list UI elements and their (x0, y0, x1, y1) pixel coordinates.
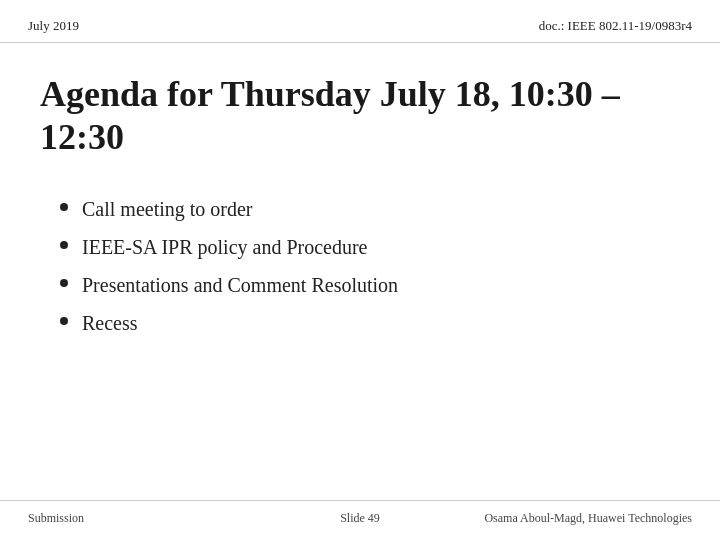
list-item: IEEE-SA IPR policy and Procedure (60, 233, 680, 261)
bullet-dot-icon (60, 279, 68, 287)
list-item: Presentations and Comment Resolution (60, 271, 680, 299)
footer-slide-number: Slide 49 (249, 511, 470, 526)
list-item-text: Presentations and Comment Resolution (82, 271, 398, 299)
header-doc-id: doc.: IEEE 802.11-19/0983r4 (539, 18, 692, 34)
bullet-list: Call meeting to orderIEEE-SA IPR policy … (60, 195, 680, 337)
slide-footer: Submission Slide 49 Osama Aboul-Magd, Hu… (0, 500, 720, 540)
footer-submission: Submission (28, 511, 249, 526)
bullet-dot-icon (60, 241, 68, 249)
list-item-text: IEEE-SA IPR policy and Procedure (82, 233, 368, 261)
slide-title: Agenda for Thursday July 18, 10:30 – 12:… (40, 73, 680, 159)
footer-author: Osama Aboul-Magd, Huawei Technologies (471, 511, 692, 526)
list-item-text: Call meeting to order (82, 195, 253, 223)
main-content: Agenda for Thursday July 18, 10:30 – 12:… (0, 43, 720, 500)
slide-header: July 2019 doc.: IEEE 802.11-19/0983r4 (0, 0, 720, 43)
list-item: Recess (60, 309, 680, 337)
list-item-text: Recess (82, 309, 138, 337)
header-date: July 2019 (28, 18, 79, 34)
bullet-dot-icon (60, 203, 68, 211)
bullet-dot-icon (60, 317, 68, 325)
slide: July 2019 doc.: IEEE 802.11-19/0983r4 Ag… (0, 0, 720, 540)
list-item: Call meeting to order (60, 195, 680, 223)
